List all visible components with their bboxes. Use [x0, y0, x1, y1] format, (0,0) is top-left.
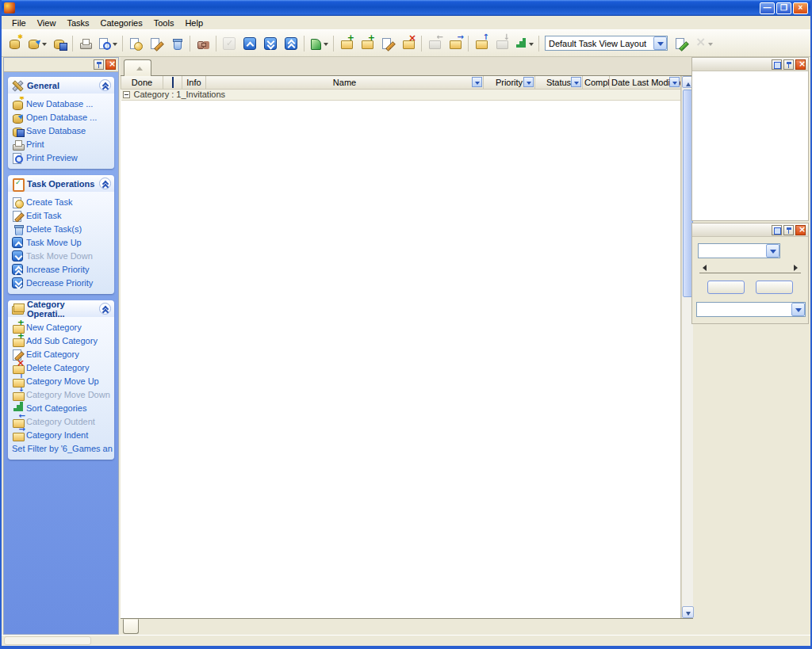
toolbar-separator: [190, 36, 190, 52]
status-segment: [4, 636, 91, 645]
nav-item-category-move-up[interactable]: Category Move Up: [12, 374, 113, 387]
chevron-down-icon[interactable]: [653, 36, 667, 50]
new-category-button[interactable]: [336, 33, 357, 54]
nav-item-sort-categories[interactable]: Sort Categories: [12, 401, 113, 414]
tab-category[interactable]: [124, 59, 151, 76]
chevron-down-icon[interactable]: [791, 303, 805, 316]
collapse-chevron-icon[interactable]: [99, 178, 111, 189]
close-icon[interactable]: [795, 59, 806, 70]
nav-item-edit-category[interactable]: Edit Category: [12, 347, 113, 361]
column-header-complete[interactable]: Complete: [583, 76, 610, 89]
nav-item-decrease-priority[interactable]: Decrease Priority: [12, 276, 113, 289]
nav-item-new-category[interactable]: New Category: [12, 320, 113, 334]
category-group-row[interactable]: Category : 1_Invitations: [121, 89, 681, 100]
column-header-name[interactable]: Name: [206, 76, 484, 89]
nav-item-label: Print Preview: [26, 153, 78, 162]
sort-icon: [515, 37, 527, 50]
menu-file[interactable]: File: [6, 17, 32, 29]
clear-button[interactable]: [756, 281, 793, 294]
add-sub-category-button[interactable]: [357, 33, 377, 54]
today-button[interactable]: [707, 281, 745, 294]
nav-group-body: New CategoryAdd Sub CategoryEdit Categor…: [8, 317, 114, 460]
increase-priority-button[interactable]: [281, 33, 301, 54]
decrease-priority-button[interactable]: [260, 33, 281, 54]
column-header-date-last-modified[interactable]: Date Last Modified: [610, 76, 681, 89]
calendar-next-icon[interactable]: [794, 265, 801, 271]
pin-icon[interactable]: [783, 225, 794, 235]
nav-group-header[interactable]: Task Operations: [8, 175, 114, 192]
open-database-button[interactable]: [25, 33, 49, 54]
minimize-button[interactable]: —: [760, 2, 775, 14]
notes-button[interactable]: [307, 33, 331, 54]
category-move-up-button[interactable]: [471, 33, 492, 54]
nav-group-header[interactable]: Category Operati...: [8, 300, 114, 317]
column-filter-dropdown[interactable]: [523, 77, 534, 87]
categories-bar-header: [692, 58, 808, 71]
nav-item-category-indent[interactable]: Category Indent: [12, 428, 113, 441]
delete-task-button[interactable]: [167, 33, 187, 54]
nav-item-delete-task-s-[interactable]: Delete Task(s): [12, 222, 113, 235]
menu-categories[interactable]: Categories: [95, 17, 148, 29]
category-indent-button[interactable]: [445, 33, 465, 54]
nav-item-save-database[interactable]: Save Database: [12, 124, 113, 137]
task-move-up-button[interactable]: [239, 33, 260, 54]
close-button[interactable]: ×: [793, 2, 808, 14]
calendar-prev-icon[interactable]: [699, 265, 707, 271]
tab-search-result[interactable]: [123, 619, 139, 634]
menu-view[interactable]: View: [32, 17, 62, 29]
column-header-done[interactable]: Done: [121, 76, 163, 89]
edit-category-button[interactable]: [377, 33, 398, 54]
filter-by-done-select[interactable]: [698, 243, 780, 258]
column-header-status[interactable]: Status: [535, 76, 583, 89]
column-header-flag[interactable]: [163, 76, 182, 89]
pin-icon[interactable]: [94, 59, 104, 70]
create-task-button[interactable]: [125, 33, 146, 54]
nav-item-label: Set Filter by '6_Games an...: [12, 444, 113, 453]
layout-combo[interactable]: Default Task View Layout: [545, 36, 668, 51]
nav-item-print[interactable]: Print: [12, 137, 113, 151]
nav-item-task-move-up[interactable]: Task Move Up: [12, 235, 113, 249]
new-database-button[interactable]: [5, 33, 25, 54]
pin-icon[interactable]: [783, 59, 794, 70]
collapse-minus-icon[interactable]: [123, 91, 130, 98]
find-button[interactable]: [193, 33, 213, 54]
save-database-button[interactable]: [49, 33, 70, 54]
close-icon[interactable]: [795, 225, 806, 235]
close-icon[interactable]: [105, 59, 116, 70]
column-header-priority[interactable]: Priority: [484, 76, 535, 89]
edit-task-button[interactable]: [146, 33, 167, 54]
nav-group-header[interactable]: General: [8, 77, 114, 94]
edit-icon: [150, 37, 163, 50]
nav-item-set-filter-by-6-games-an-[interactable]: Set Filter by '6_Games an...: [12, 441, 113, 455]
print-button[interactable]: [75, 33, 96, 54]
menu-help[interactable]: Help: [179, 17, 209, 29]
nav-item-delete-category[interactable]: Delete Category: [12, 361, 113, 374]
nav-item-create-task[interactable]: Create Task: [12, 195, 113, 208]
column-header-info[interactable]: Info: [182, 76, 206, 89]
dropdown-arrow-icon: [708, 43, 713, 48]
date-condition-select[interactable]: [696, 302, 806, 317]
apply-layout-button[interactable]: [671, 33, 691, 54]
nav-item-new-database-[interactable]: New Database ...: [12, 97, 113, 110]
collapse-chevron-icon[interactable]: [99, 303, 111, 315]
restore-button[interactable]: ❐: [776, 2, 791, 14]
chevron-down-icon[interactable]: [766, 244, 779, 258]
column-filter-dropdown[interactable]: [472, 77, 482, 87]
collapse-chevron-icon[interactable]: [99, 79, 111, 91]
maximize-panel-icon[interactable]: [772, 59, 782, 70]
nav-item-increase-priority[interactable]: Increase Priority: [12, 262, 113, 276]
menu-tasks[interactable]: Tasks: [61, 17, 94, 29]
maximize-panel-icon[interactable]: [772, 225, 782, 235]
nav-item-add-sub-category[interactable]: Add Sub Category: [12, 334, 113, 347]
nav-item-edit-task[interactable]: Edit Task: [12, 208, 113, 222]
sort-categories-button[interactable]: [512, 33, 536, 54]
column-filter-dropdown[interactable]: [669, 77, 680, 87]
nav-item-print-preview[interactable]: Print Preview: [12, 151, 113, 164]
print-preview-button[interactable]: [96, 33, 120, 54]
menu-tools[interactable]: Tools: [148, 17, 180, 29]
category-outdent-button: [424, 33, 445, 54]
column-filter-dropdown[interactable]: [571, 77, 581, 87]
delete-category-button[interactable]: [398, 33, 419, 54]
nav-item-open-database-[interactable]: Open Database ...: [12, 110, 113, 124]
window-frame-bottom: [2, 646, 810, 649]
